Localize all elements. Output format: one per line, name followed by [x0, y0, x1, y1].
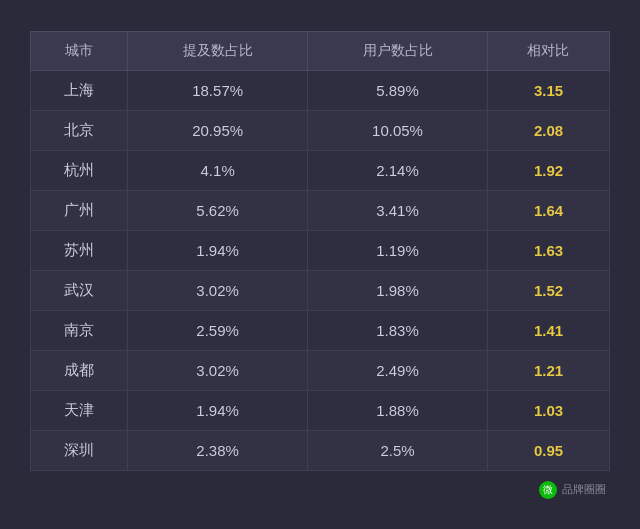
table-row: 天津1.94%1.88%1.03	[31, 390, 610, 430]
cell-ratio: 3.15	[487, 70, 609, 110]
cell-city: 深圳	[31, 430, 128, 470]
table-row: 武汉3.02%1.98%1.52	[31, 270, 610, 310]
cell-user: 5.89%	[308, 70, 488, 110]
cell-user: 2.5%	[308, 430, 488, 470]
cell-user: 1.19%	[308, 230, 488, 270]
cell-ratio: 1.21	[487, 350, 609, 390]
table-row: 广州5.62%3.41%1.64	[31, 190, 610, 230]
table-row: 上海18.57%5.89%3.15	[31, 70, 610, 110]
cell-city: 成都	[31, 350, 128, 390]
table-row: 苏州1.94%1.19%1.63	[31, 230, 610, 270]
cell-mention: 3.02%	[128, 350, 308, 390]
cell-user: 2.14%	[308, 150, 488, 190]
cell-mention: 2.59%	[128, 310, 308, 350]
cell-ratio: 1.41	[487, 310, 609, 350]
data-table: 城市 提及数占比 用户数占比 相对比 上海18.57%5.89%3.15北京20…	[30, 31, 610, 471]
cell-city: 天津	[31, 390, 128, 430]
table-row: 成都3.02%2.49%1.21	[31, 350, 610, 390]
cell-ratio: 1.92	[487, 150, 609, 190]
table-header-row: 城市 提及数占比 用户数占比 相对比	[31, 31, 610, 70]
footer: 微 品牌圈圈	[30, 481, 610, 499]
cell-ratio: 1.03	[487, 390, 609, 430]
cell-mention: 20.95%	[128, 110, 308, 150]
cell-mention: 4.1%	[128, 150, 308, 190]
header-user: 用户数占比	[308, 31, 488, 70]
header-city: 城市	[31, 31, 128, 70]
cell-user: 10.05%	[308, 110, 488, 150]
cell-mention: 3.02%	[128, 270, 308, 310]
cell-ratio: 2.08	[487, 110, 609, 150]
cell-city: 上海	[31, 70, 128, 110]
table-row: 深圳2.38%2.5%0.95	[31, 430, 610, 470]
table-row: 杭州4.1%2.14%1.92	[31, 150, 610, 190]
cell-ratio: 1.63	[487, 230, 609, 270]
cell-user: 1.98%	[308, 270, 488, 310]
wechat-icon: 微	[539, 481, 557, 499]
cell-mention: 5.62%	[128, 190, 308, 230]
table-row: 南京2.59%1.83%1.41	[31, 310, 610, 350]
cell-mention: 2.38%	[128, 430, 308, 470]
cell-user: 1.88%	[308, 390, 488, 430]
cell-user: 2.49%	[308, 350, 488, 390]
main-container: 城市 提及数占比 用户数占比 相对比 上海18.57%5.89%3.15北京20…	[30, 31, 610, 499]
cell-user: 1.83%	[308, 310, 488, 350]
brand-label: 品牌圈圈	[562, 482, 606, 497]
cell-city: 杭州	[31, 150, 128, 190]
cell-city: 南京	[31, 310, 128, 350]
header-mention: 提及数占比	[128, 31, 308, 70]
cell-city: 苏州	[31, 230, 128, 270]
cell-city: 北京	[31, 110, 128, 150]
cell-city: 广州	[31, 190, 128, 230]
cell-ratio: 0.95	[487, 430, 609, 470]
cell-mention: 18.57%	[128, 70, 308, 110]
header-ratio: 相对比	[487, 31, 609, 70]
cell-mention: 1.94%	[128, 230, 308, 270]
cell-ratio: 1.64	[487, 190, 609, 230]
cell-mention: 1.94%	[128, 390, 308, 430]
table-row: 北京20.95%10.05%2.08	[31, 110, 610, 150]
cell-ratio: 1.52	[487, 270, 609, 310]
cell-city: 武汉	[31, 270, 128, 310]
cell-user: 3.41%	[308, 190, 488, 230]
